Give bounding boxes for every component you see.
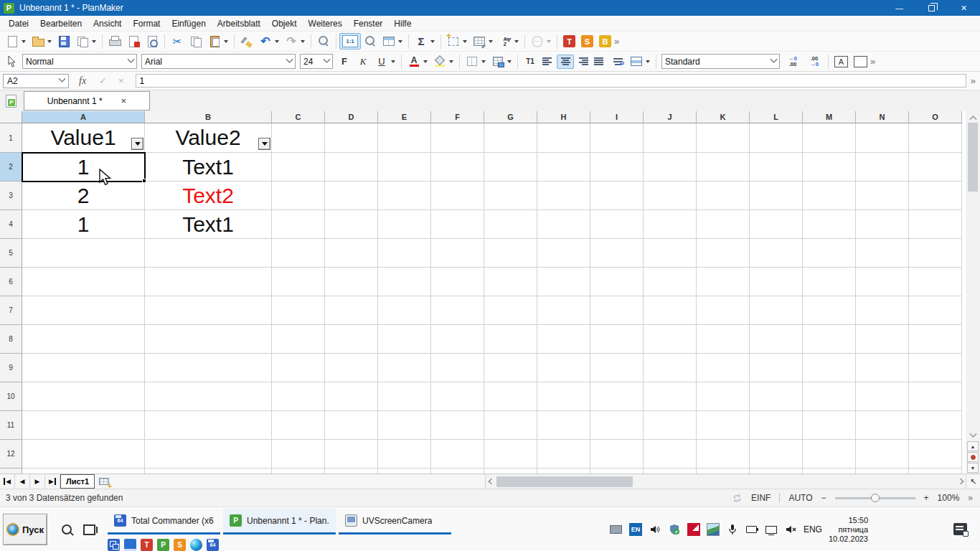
cell-B8[interactable] bbox=[145, 325, 272, 354]
edge-browser-icon[interactable] bbox=[190, 539, 202, 551]
number-format-combo[interactable]: Standard bbox=[661, 54, 780, 69]
cell-E3[interactable] bbox=[378, 182, 431, 210]
cell-N7[interactable] bbox=[856, 296, 909, 325]
cell-K7[interactable] bbox=[697, 296, 750, 325]
align-center-button[interactable] bbox=[557, 55, 574, 69]
cell-N4[interactable] bbox=[856, 210, 909, 239]
cell-M7[interactable] bbox=[803, 296, 856, 325]
cell-J12[interactable] bbox=[644, 440, 697, 468]
cell-F12[interactable] bbox=[431, 440, 484, 468]
language-en-icon[interactable]: EN bbox=[629, 523, 642, 536]
web-disabled-button[interactable] bbox=[528, 33, 554, 50]
cell-D3[interactable] bbox=[325, 182, 378, 210]
cell-H5[interactable] bbox=[537, 239, 590, 268]
column-header-I[interactable]: I bbox=[590, 111, 644, 123]
fill-color-button[interactable] bbox=[430, 53, 456, 70]
cell-D11[interactable] bbox=[325, 411, 378, 440]
row-header-6[interactable]: 6 bbox=[0, 268, 22, 296]
cell-K6[interactable] bbox=[697, 268, 750, 296]
cell-O2[interactable] bbox=[909, 153, 962, 182]
cell-M12[interactable] bbox=[803, 440, 856, 468]
cell-K8[interactable] bbox=[697, 325, 750, 354]
cell-N2[interactable] bbox=[856, 153, 909, 182]
font-combo[interactable]: Arial bbox=[141, 54, 296, 69]
notification-center-icon[interactable] bbox=[953, 523, 967, 535]
cell-E2[interactable] bbox=[378, 153, 431, 182]
cell-K4[interactable] bbox=[697, 210, 750, 239]
cell-B13[interactable] bbox=[145, 468, 272, 474]
menu-item-arbeitsblatt[interactable]: Arbeitsblatt bbox=[212, 17, 266, 31]
cell-F5[interactable] bbox=[431, 239, 484, 268]
cell-M8[interactable] bbox=[803, 325, 856, 354]
presentations-button[interactable]: S bbox=[578, 33, 596, 50]
cell-F4[interactable] bbox=[431, 210, 484, 239]
next-sheet-button[interactable]: ▶ bbox=[30, 474, 45, 489]
italic-button[interactable]: K bbox=[354, 53, 372, 70]
total-commander-icon[interactable]: 64 bbox=[207, 539, 219, 551]
cell-H10[interactable] bbox=[537, 382, 590, 411]
cell-I4[interactable] bbox=[590, 210, 644, 239]
cell-K11[interactable] bbox=[697, 411, 750, 440]
redo-button[interactable]: ↷ bbox=[282, 33, 308, 50]
font-color-button[interactable]: A bbox=[405, 53, 430, 70]
cell-H11[interactable] bbox=[537, 411, 590, 440]
cell-D12[interactable] bbox=[325, 440, 378, 468]
table-format-button[interactable] bbox=[470, 33, 496, 50]
column-header-M[interactable]: M bbox=[803, 111, 856, 123]
cell-E4[interactable] bbox=[378, 210, 431, 239]
row-header-3[interactable]: 3 bbox=[0, 182, 22, 210]
view-layout-button[interactable] bbox=[380, 33, 405, 50]
cell-J13[interactable] bbox=[644, 468, 697, 474]
cell-J8[interactable] bbox=[644, 325, 697, 354]
cell-C10[interactable] bbox=[272, 382, 325, 411]
cell-B7[interactable] bbox=[145, 296, 272, 325]
cell-B3[interactable]: Text2 bbox=[145, 182, 272, 210]
cell-D10[interactable] bbox=[325, 382, 378, 411]
cell-O12[interactable] bbox=[909, 440, 962, 468]
cell-M5[interactable] bbox=[803, 239, 856, 268]
cell-O9[interactable] bbox=[909, 354, 962, 382]
cell-A12[interactable] bbox=[22, 440, 145, 468]
cell-K10[interactable] bbox=[697, 382, 750, 411]
menu-item-einfügen[interactable]: Einfügen bbox=[166, 17, 211, 31]
cell-E9[interactable] bbox=[378, 354, 431, 382]
row-header-11[interactable]: 11 bbox=[0, 411, 22, 440]
cell-N12[interactable] bbox=[856, 440, 909, 468]
cell-M13[interactable] bbox=[803, 468, 856, 474]
cell-F2[interactable] bbox=[431, 153, 484, 182]
cell-G9[interactable] bbox=[484, 354, 537, 382]
show-desktop-icon[interactable] bbox=[108, 539, 120, 551]
cell-M1[interactable] bbox=[803, 123, 856, 153]
cell-B1[interactable]: Value2 bbox=[145, 123, 272, 153]
cell-A2[interactable]: 1 bbox=[22, 153, 145, 182]
insert-function-button[interactable]: fx bbox=[79, 75, 86, 87]
zoom-level[interactable]: 100% bbox=[938, 493, 960, 503]
cell-K5[interactable] bbox=[697, 239, 750, 268]
cell-N3[interactable] bbox=[856, 182, 909, 210]
cell-N10[interactable] bbox=[856, 382, 909, 411]
cell-N11[interactable] bbox=[856, 411, 909, 440]
cell-A13[interactable] bbox=[22, 468, 145, 474]
status-bar-overflow[interactable]: » bbox=[968, 493, 973, 503]
cell-C12[interactable] bbox=[272, 440, 325, 468]
cell-C4[interactable] bbox=[272, 210, 325, 239]
autosum-button[interactable]: Σ bbox=[412, 33, 438, 50]
cell-D6[interactable] bbox=[325, 268, 378, 296]
column-header-E[interactable]: E bbox=[378, 111, 431, 123]
column-header-J[interactable]: J bbox=[644, 111, 697, 123]
column-header-K[interactable]: K bbox=[697, 111, 750, 123]
cell-M4[interactable] bbox=[803, 210, 856, 239]
document-list-icon[interactable] bbox=[1, 93, 22, 110]
zoom-slider[interactable] bbox=[835, 497, 915, 499]
cell-K13[interactable] bbox=[697, 468, 750, 474]
cell-B4[interactable]: Text1 bbox=[145, 210, 272, 239]
cell-L7[interactable] bbox=[750, 296, 803, 325]
cell-G6[interactable] bbox=[484, 268, 537, 296]
cell-M11[interactable] bbox=[803, 411, 856, 440]
cell-N6[interactable] bbox=[856, 268, 909, 296]
menu-item-fenster[interactable]: Fenster bbox=[348, 17, 389, 31]
cell-I11[interactable] bbox=[590, 411, 644, 440]
character-dialog-button[interactable]: A bbox=[831, 54, 851, 70]
save-button[interactable] bbox=[55, 33, 73, 50]
column-header-L[interactable]: L bbox=[750, 111, 803, 123]
